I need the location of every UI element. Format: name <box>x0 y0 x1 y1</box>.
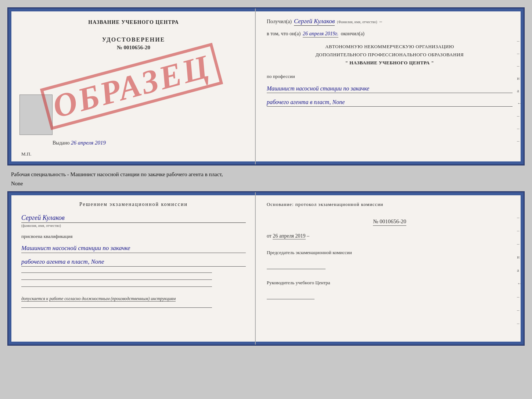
udostoverenie-block: УДОСТОВЕРЕНИЕ № 0010656-20 <box>102 36 165 51</box>
ot-date: 26 апреля 2019 <box>273 233 305 239</box>
label-between-wrapper: Рабочая специальность - Машинист насосно… <box>7 169 525 188</box>
dopuskaetsya-label: допускается к <box>21 296 48 302</box>
qual-line2: рабочего агента в пласт, None <box>21 258 246 267</box>
profession-line1: Машинист насосной станции по закачке <box>267 85 513 93</box>
v-tom-label: в том, что он(а) <box>267 31 301 37</box>
po-professii-label: по профессии <box>267 74 513 79</box>
resheniem-title: Решением экзаменационной комиссии <box>21 202 246 207</box>
vydano-line: Выдано 26 апреля 2019 <box>53 140 106 146</box>
cert-top-right: Получил(а) Сергей Кулаков (Фамилия, имя,… <box>256 8 524 164</box>
osnov-title: Основание: протокол экзаменационной коми… <box>267 202 513 207</box>
cert-bottom-left: Решением экзаменационной комиссии Сергей… <box>8 192 256 345</box>
side-dashes-top: – – – и а ← – – – <box>517 38 522 144</box>
cert-top-title: НАЗВАНИЕ УЧЕБНОГО ЦЕНТРА <box>88 19 179 25</box>
org-line1: АВТОНОМНУЮ НЕКОММЕРЧЕСКУЮ ОРГАНИЗАЦИЮ <box>267 43 513 51</box>
vydano-date: 26 апреля 2019 <box>71 140 106 146</box>
predsedatel-label: Председатель экзаменационной комиссии <box>267 249 513 257</box>
udostoverenie-number: № 0010656-20 <box>102 44 165 51</box>
org-block: АВТОНОМНУЮ НЕКОММЕРЧЕСКУЮ ОРГАНИЗАЦИЮ ДО… <box>267 43 513 67</box>
dopuskaetsya-block: допускается к работе согласно должностны… <box>21 296 246 302</box>
label-between: Рабочая специальность - Машинист насосно… <box>7 169 525 178</box>
dopuskaetsya-value: работе согласно должностным (производств… <box>49 296 176 302</box>
profession-line2: рабочего агента в пласт, None <box>267 99 513 107</box>
familiya-label-top: (Фамилия, имя, отчество) <box>337 20 377 24</box>
komissia-sub: (фамилия, имя, отчество) <box>21 224 246 228</box>
ot-date-line: от 26 апреля 2019 – <box>267 233 513 239</box>
v-tom-date: 26 апреля 2019г. <box>303 31 338 38</box>
certificate-top: НАЗВАНИЕ УЧЕБНОГО ЦЕНТРА ОБРАЗЕЦ УДОСТОВ… <box>7 7 525 165</box>
qual-line1: Машинист насосной станции по закачке <box>21 245 246 253</box>
ot-label: от <box>267 233 272 239</box>
cert-top-left: НАЗВАНИЕ УЧЕБНОГО ЦЕНТРА ОБРАЗЕЦ УДОСТОВ… <box>8 8 256 164</box>
poluchil-name: Сергей Кулаков <box>294 18 335 26</box>
udostoverenie-title: УДОСТОВЕРЕНИЕ <box>102 36 165 43</box>
org-line2: ДОПОЛНИТЕЛЬНОГО ПРОФЕССИОНАЛЬНОГО ОБРАЗО… <box>267 51 513 59</box>
vydano-label: Выдано <box>53 140 70 146</box>
side-dashes-bottom: – – – и а ← – – – <box>517 214 522 326</box>
okonchil-label: окончил(а) <box>341 31 364 37</box>
org-name: " НАЗВАНИЕ УЧЕБНОГО ЦЕНТРА " <box>267 59 513 67</box>
obrazec-stamp: ОБРАЗЕЦ <box>40 43 223 130</box>
rukovoditel-label: Руководитель учебного Центра <box>267 279 513 287</box>
poluchil-line: Получил(а) Сергей Кулаков (Фамилия, имя,… <box>267 18 513 26</box>
poluchil-label: Получил(а) <box>267 19 292 25</box>
prisvoena-text: присвоена квалификация <box>21 234 246 239</box>
rukovoditel-block: Руководитель учебного Центра <box>267 279 513 299</box>
komissia-name-block: Сергей Кулаков (фамилия, имя, отчество) <box>21 211 246 228</box>
mp-label: М.П. <box>21 151 31 157</box>
page-wrapper: НАЗВАНИЕ УЧЕБНОГО ЦЕНТРА ОБРАЗЕЦ УДОСТОВ… <box>7 7 525 346</box>
poluchil-dash: – <box>380 19 382 25</box>
label-between2: None <box>7 178 525 188</box>
v-tom-line: в том, что он(а) 26 апреля 2019г. окончи… <box>267 31 513 38</box>
predsedatel-block: Председатель экзаменационной комиссии <box>267 249 513 269</box>
certificate-bottom: Решением экзаменационной комиссии Сергей… <box>7 191 525 346</box>
photo-placeholder <box>19 95 53 135</box>
cert-bottom-right: Основание: протокол экзаменационной коми… <box>256 192 524 345</box>
komissia-name: Сергей Кулаков <box>21 214 246 223</box>
protocol-number: № 0010656-20 <box>373 218 406 226</box>
